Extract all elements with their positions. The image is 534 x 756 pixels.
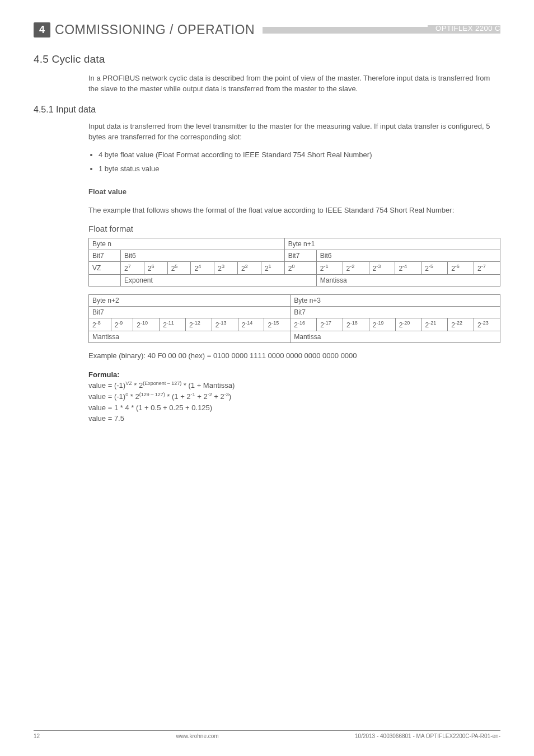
table-cell: 2-13 <box>212 318 238 331</box>
list-item: 4 byte float value (Float Format accordi… <box>99 150 500 161</box>
table-cell: 2-1 <box>316 261 343 274</box>
page-header: 4 COMMISSIONING / OPERATION OPTIFLEX 220… <box>34 22 500 37</box>
formula-block: Formula: value = (-1)VZ * 2(Exponent – 1… <box>88 369 500 424</box>
table-cell: Byte n+1 <box>284 238 500 250</box>
table-cell: Bit7 <box>284 250 316 261</box>
table-cell: 2-21 <box>421 318 448 331</box>
table-cell: 2-10 <box>133 318 160 331</box>
float-table-2: Byte n+2 Byte n+3 Bit7 Bit7 2-8 2-9 2-10… <box>88 294 500 343</box>
table-cell: Bit7 <box>89 250 121 261</box>
table-cell: 2-5 <box>421 261 448 274</box>
table-cell: 26 <box>144 261 167 274</box>
table-cell: Mantissa <box>89 331 291 342</box>
page-footer: 12 www.krohne.com 10/2013 - 4003066801 -… <box>34 730 500 739</box>
product-label: OPTIFLEX 2200 C <box>428 25 500 32</box>
formula-line: value = (-1)0 * 2(129 – 127) * (1 + 2-1 … <box>88 391 500 402</box>
section-number-chip: 4 <box>34 22 50 37</box>
table-cell: 2-18 <box>343 318 369 331</box>
formula-heading: Formula: <box>88 369 500 381</box>
table-cell: Bit7 <box>89 306 291 318</box>
table-cell: 2-8 <box>89 318 111 331</box>
table-cell: 23 <box>214 261 238 274</box>
table-cell: VZ <box>89 261 121 274</box>
table-cell: 2-7 <box>474 261 500 274</box>
table-cell: 21 <box>261 261 284 274</box>
table-cell: Byte n <box>89 238 285 250</box>
table-cell: Byte n+3 <box>291 294 500 306</box>
table-cell: 2-9 <box>111 318 133 331</box>
table-cell: 22 <box>238 261 261 274</box>
table-cell: Exponent <box>121 274 317 286</box>
table-cell: 2-17 <box>317 318 343 331</box>
table-cell: 27 <box>121 261 144 274</box>
table-cell: 2-3 <box>369 261 395 274</box>
table-cell: 2-22 <box>448 318 474 331</box>
table-cell: 2-14 <box>238 318 264 331</box>
table-cell: Byte n+2 <box>89 294 291 306</box>
paragraph: The example that follows shows the forma… <box>88 205 500 216</box>
table-cell: 2-6 <box>448 261 474 274</box>
table-cell: 2-19 <box>369 318 395 331</box>
paragraph: Input data is transferred from the level… <box>88 121 500 143</box>
table-cell: 24 <box>191 261 214 274</box>
table-cell: Bit6 <box>121 250 285 261</box>
footer-url: www.krohne.com <box>176 733 219 739</box>
page-number: 12 <box>34 733 40 739</box>
heading-4-5: 4.5 Cyclic data <box>34 53 500 65</box>
table-cell: Bit6 <box>316 250 500 261</box>
table-cell: 2-12 <box>186 318 212 331</box>
formula-line: value = 1 * 4 * (1 + 0.5 + 0.25 + 0.125) <box>88 402 500 414</box>
table-cell: 25 <box>167 261 191 274</box>
footer-doc: 10/2013 - 4003066801 - MA OPTIFLEX2200C-… <box>355 733 500 739</box>
example-line: Example (binary): 40 F0 00 00 (hex) = 01… <box>88 351 500 361</box>
table-cell: 2-23 <box>474 318 500 331</box>
table-cell: 2-16 <box>291 318 317 331</box>
bullet-list: 4 byte float value (Float Format accordi… <box>88 150 500 175</box>
list-item: 1 byte status value <box>99 164 500 175</box>
table-cell: 2-20 <box>395 318 421 331</box>
table-cell <box>89 274 121 286</box>
table-cell: 2-15 <box>264 318 291 331</box>
float-value-heading: Float value <box>88 187 500 198</box>
paragraph: In a PROFIBUS network cyclic data is des… <box>88 73 500 95</box>
table-cell: Bit7 <box>291 306 500 318</box>
table-cell: 20 <box>284 261 316 274</box>
formula-line: value = 7.5 <box>88 413 500 424</box>
table-cell: 2-4 <box>395 261 421 274</box>
section-title: COMMISSIONING / OPERATION <box>55 22 255 37</box>
table-cell: Mantissa <box>316 274 500 286</box>
table-cell: 2-2 <box>343 261 369 274</box>
table-cell: 2-11 <box>160 318 186 331</box>
float-format-heading: Float format <box>88 224 500 233</box>
float-table-1: Byte n Byte n+1 Bit7 Bit6 Bit7 Bit6 VZ 2… <box>88 238 500 287</box>
formula-line: value = (-1)VZ * 2(Exponent – 127) * (1 … <box>88 380 500 391</box>
table-cell: Mantissa <box>291 331 500 342</box>
heading-4-5-1: 4.5.1 Input data <box>34 105 500 115</box>
